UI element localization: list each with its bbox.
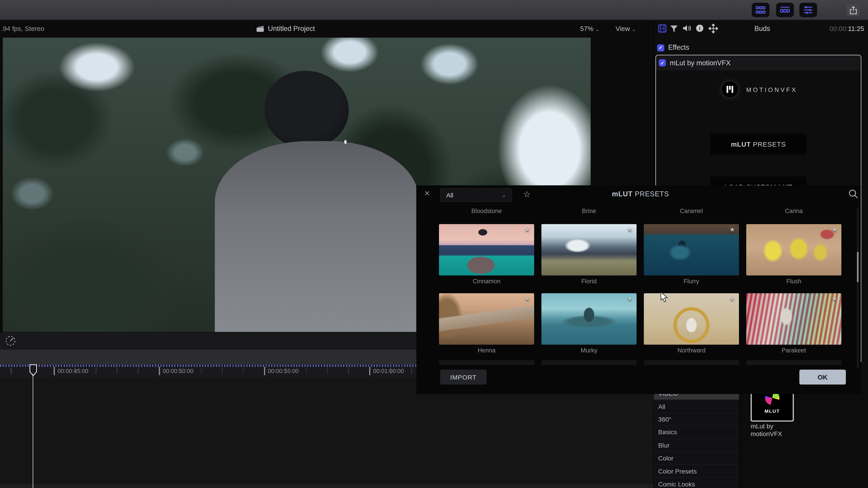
color-inspector-funnel-icon[interactable] [670,25,678,33]
preset-thumb-flurry[interactable]: ★ [644,224,739,275]
favorite-star-icon[interactable]: ★ [729,226,735,233]
favorite-star-icon[interactable]: ★ [832,295,837,302]
ruler-major-tick [159,367,160,375]
preset-thumb-northward[interactable]: ★ [644,293,739,345]
mlut-presets-button-bold: mLUT [731,140,751,148]
ruler-timecode-label: 00:00:45:00 [58,367,88,374]
preset-label: Parakeet [746,347,841,354]
mlut-presets-button[interactable]: mLUT PRESETS [710,134,807,155]
ok-button[interactable]: OK [799,369,846,385]
inspector-timecode: 00:00:11:25 [830,25,864,33]
effects-section-label: Effects [668,43,689,51]
filmstrip-rows-icon [780,6,790,14]
preset-label: Caramel [644,207,739,214]
category-360[interactable]: 360° [654,413,739,426]
favorite-star-icon[interactable]: ★ [524,226,530,233]
category-color-presets[interactable]: Color Presets [654,465,739,478]
inspector-timecode-dim: 00:00: [830,25,848,33]
preset-thumb-murky[interactable]: ★ [541,293,637,345]
preset-thumb-partial [541,360,637,365]
preset-thumb-parakeet[interactable]: ★ [746,293,841,345]
view-dropdown[interactable]: View ⌄ [616,25,636,33]
modal-scrollbar-thumb[interactable] [857,252,859,282]
mlut-presets-dialog: ✕ All ⌄ ☆ mLUT PRESETS Bloodstone Brine … [416,185,861,394]
audio-inspector-speaker-icon[interactable] [683,24,691,32]
inspector-timecode-bright: 11:25 [848,25,864,33]
preset-label: Northward [644,347,739,354]
zoom-level-dropdown[interactable]: 57% ⌄ [580,25,600,33]
share-button[interactable] [846,4,860,16]
chevron-down-icon: ⌄ [632,27,636,32]
grid-icon [756,6,766,14]
category-basics[interactable]: Basics [654,426,739,439]
dialog-title: mLUT PRESETS [555,190,726,198]
preset-thumb-partial [439,360,534,365]
inspector-clip-title: Buds [721,25,804,33]
preset-label: Henna [439,347,534,354]
fcp-window: .94 fps, Stereo Untitled Project 57% ⌄ V… [0,0,868,488]
ruler-timecode-label: 00:00:55:00 [268,367,299,374]
preset-label: Cinnamon [439,278,534,284]
clip-format-info: .94 fps, Stereo [1,25,44,33]
favorite-star-icon[interactable]: ★ [627,226,633,233]
person-hair [265,71,349,148]
top-toolbar [0,0,868,21]
preset-thumb-flush[interactable]: ★ [746,224,841,275]
svg-text:i: i [699,25,701,31]
mlut-effect-name: mLut by motionVFX [670,59,731,67]
mlut-effect-title-row[interactable]: ✓ mLut by motionVFX [656,55,861,70]
info-inspector-icon[interactable]: i [696,24,704,32]
preset-label: Flurry [644,278,739,284]
zoom-level-value: 57% [580,25,594,33]
check-icon: ✓ [659,45,663,50]
effects-section-header: ✓ Effects [657,43,689,51]
preset-label: Flush [746,278,841,284]
transform-inspector-icon[interactable] [709,24,718,33]
browser-grid-button[interactable] [752,3,770,17]
import-button[interactable]: IMPORT [440,369,487,385]
inspector-toggle-button[interactable] [799,3,817,17]
check-icon: ✓ [660,60,664,66]
mlut-enabled-checkbox[interactable]: ✓ [659,59,666,66]
favorites-filter-star-icon[interactable]: ☆ [523,189,530,199]
person-earbud [344,140,346,144]
clapperboard-icon [256,26,264,32]
chevron-down-icon: ⌄ [502,192,506,198]
close-icon[interactable]: ✕ [424,189,430,198]
ruler-timecode-label: 00:01:00:00 [373,367,404,374]
preset-thumb-henna[interactable]: ★ [439,293,534,345]
preset-thumb-partial [644,360,739,365]
effects-enabled-checkbox[interactable]: ✓ [657,44,664,51]
category-blur[interactable]: Blur [654,439,739,452]
category-comic-looks[interactable]: Comic Looks [654,478,739,488]
modal-scrollbar-track[interactable] [857,207,859,368]
motionvfx-m-glyph [726,86,734,93]
ruler-timecode-label: 00:00:50:00 [163,367,193,374]
category-color[interactable]: Color [654,452,739,465]
dialog-title-rest: PRESETS [633,190,669,198]
ruler-major-tick [369,367,370,375]
dialog-title-bold: mLUT [612,190,633,198]
filter-selected-value: All [446,192,453,198]
category-all[interactable]: All [654,400,739,413]
ruler-major-tick [54,367,55,375]
preset-thumb-florid[interactable]: ★ [541,224,637,275]
timeline-view-button[interactable] [776,3,794,17]
category-filter-dropdown[interactable]: All ⌄ [440,188,512,202]
video-inspector-icon[interactable] [658,24,666,33]
favorite-star-icon[interactable]: ★ [627,295,633,302]
share-icon [849,6,857,14]
favorite-star-icon[interactable]: ★ [832,226,837,233]
playhead-line[interactable] [33,374,33,488]
viewer-project-title: Untitled Project [268,25,315,33]
preset-label: Brine [541,207,637,214]
ruler-major-tick [264,367,265,375]
playback-quality-gauge-icon[interactable] [5,335,16,346]
favorite-star-icon[interactable]: ★ [729,295,735,302]
mlut-tile-label: MLUT [752,408,793,414]
favorite-star-icon[interactable]: ★ [524,295,530,302]
effects-browser: VIDEO All 360° Basics Blur Color Color P… [654,387,868,488]
search-icon[interactable] [848,189,858,199]
person-sweater [215,141,418,332]
preset-thumb-cinnamon[interactable]: ★ [439,224,534,275]
